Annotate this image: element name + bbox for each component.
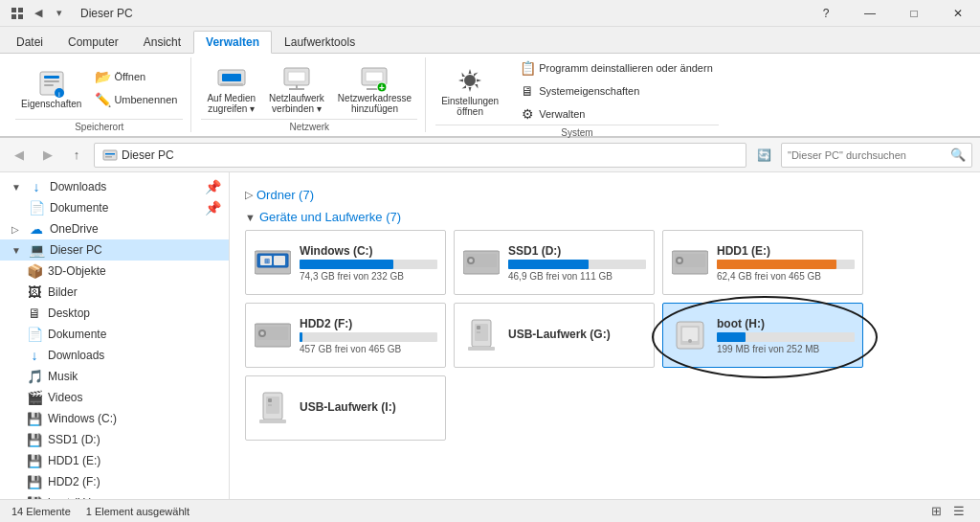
view-list[interactable]: ☰: [949, 502, 969, 521]
maximize-button[interactable]: □: [892, 0, 936, 27]
btn-oeffnen[interactable]: 📂 Öffnen: [89, 66, 183, 87]
boot-h-drive-icon: [671, 316, 709, 354]
btn-netzwerkadresse[interactable]: + Netzwerkadresse hinzufügen: [332, 58, 417, 118]
drive-boot-h[interactable]: boot (H:) 199 MB frei von 252 MB: [662, 303, 863, 368]
view-large-icons[interactable]: ⊞: [926, 502, 946, 521]
drive-grid: ⊞ Windows (C:) 74,3 GB frei von 232 GB S…: [245, 230, 965, 441]
search-icon[interactable]: 🔍: [950, 148, 966, 162]
desktop-icon: 🖥: [27, 306, 42, 321]
nav-up[interactable]: ↑: [65, 144, 88, 167]
sidebar-item-downloads-top[interactable]: ▼ ↓ Downloads 📌: [0, 176, 229, 197]
sidebar-item-windows-c[interactable]: 💾 Windows (C:): [0, 408, 229, 429]
usb-g-drive-icon: [462, 316, 501, 354]
auf-medien-icon: [216, 62, 247, 93]
sidebar-label-dokumente-top: Dokumente: [50, 201, 199, 215]
videos-icon: 🎬: [27, 390, 42, 405]
tab-computer[interactable]: Computer: [56, 31, 131, 53]
hdd2-info: HDD2 (F:) 457 GB frei von 465 GB: [300, 317, 437, 354]
geraete-arrow[interactable]: ▼: [245, 212, 256, 223]
help-button[interactable]: ?: [804, 0, 848, 27]
svg-rect-1: [18, 8, 23, 12]
drive-hdd2[interactable]: HDD2 (F:) 457 GB frei von 465 GB: [245, 303, 446, 368]
verwalten-icon: ⚙: [520, 106, 535, 122]
usb-i-name: USB-Laufwerk (I:): [300, 400, 437, 414]
hdd1-info: HDD1 (E:) 62,4 GB frei von 465 GB: [717, 244, 855, 282]
windows-c-free: 74,3 GB frei von 232 GB: [300, 271, 437, 282]
eigenschaften-icon: i: [36, 68, 67, 99]
svg-text:+: +: [380, 82, 386, 93]
downloads-icon: ↓: [27, 348, 42, 363]
sidebar-label-windows-c: Windows (C:): [48, 412, 221, 425]
search-input[interactable]: [788, 149, 950, 161]
sidebar-label-dieser-pc: Dieser PC: [50, 243, 221, 257]
sidebar-item-onedrive[interactable]: ▷ ☁ OneDrive: [0, 218, 229, 239]
tab-verwalten[interactable]: Verwalten: [193, 31, 272, 54]
sidebar-item-dokumente[interactable]: 📄 Dokumente: [0, 324, 229, 345]
qat-back[interactable]: ◀: [29, 4, 48, 23]
svg-rect-3: [18, 14, 23, 19]
ssd1-name: SSD1 (D:): [508, 244, 646, 258]
breadcrumb[interactable]: Dieser PC: [94, 143, 746, 168]
boot-h-free: 199 MB frei von 252 MB: [717, 344, 855, 354]
netzwerk-buttons: Auf Medien zugreifen ▾ Netzlaufwerk verb…: [201, 57, 417, 119]
sidebar-item-dieser-pc[interactable]: ▼ 💻 Dieser PC: [0, 239, 229, 261]
tab-datei[interactable]: Datei: [4, 31, 56, 53]
sidebar-item-ssd1[interactable]: 💾 SSD1 (D:): [0, 429, 229, 450]
svg-point-33: [469, 259, 473, 262]
sidebar-item-desktop[interactable]: 🖥 Desktop: [0, 303, 229, 324]
sidebar-label-dokumente: Dokumente: [48, 328, 221, 341]
speicherort-small-btns: 📂 Öffnen ✏️ Umbenennen: [89, 66, 183, 110]
drive-usb-i[interactable]: USB-Laufwerk (I:): [245, 375, 446, 441]
sidebar-label-desktop: Desktop: [48, 306, 221, 320]
minimize-button[interactable]: —: [848, 0, 892, 27]
hdd2-drive-icon: [254, 316, 292, 354]
sidebar-label-bilder: Bilder: [48, 285, 221, 299]
refresh-button[interactable]: 🔄: [752, 144, 775, 167]
sidebar-label-downloads: Downloads: [48, 349, 221, 362]
tab-laufwerktools[interactable]: Laufwerktools: [272, 31, 368, 53]
boot-h-bar-bg: [717, 332, 855, 342]
windows-c-bar: [300, 260, 393, 269]
sidebar-item-hdd2[interactable]: 💾 HDD2 (F:): [0, 471, 229, 492]
svg-point-41: [260, 331, 264, 335]
btn-verwalten[interactable]: ⚙ Verwalten: [514, 103, 719, 125]
btn-systemeigenschaften[interactable]: 🖥 Systemeigenschaften: [514, 80, 719, 102]
btn-einstellungen[interactable]: Einstellungen öffnen: [435, 61, 504, 121]
btn-netzlaufwerk[interactable]: Netzlaufwerk verbinden ▾: [263, 58, 330, 118]
svg-rect-44: [477, 326, 480, 329]
drive-usb-g[interactable]: USB-Laufwerk (G:): [454, 303, 655, 368]
drive-windows-c[interactable]: ⊞ Windows (C:) 74,3 GB frei von 232 GB: [245, 230, 446, 295]
qat-down[interactable]: ▾: [50, 4, 69, 23]
ordner-arrow[interactable]: ▷: [245, 189, 253, 201]
close-button[interactable]: ✕: [936, 0, 980, 27]
tab-ansicht[interactable]: Ansicht: [131, 31, 193, 53]
sidebar-item-hdd1[interactable]: 💾 HDD1 (E:): [0, 450, 229, 471]
btn-umbenennen[interactable]: ✏️ Umbenennen: [89, 89, 183, 110]
drive-ssd1[interactable]: SSD1 (D:) 46,9 GB frei von 111 GB: [454, 230, 655, 295]
btn-programm-deinstallieren[interactable]: 📋 Programm deinstallieren oder ändern: [514, 57, 719, 79]
svg-rect-0: [11, 8, 16, 12]
svg-rect-46: [468, 347, 495, 351]
sidebar-item-bilder[interactable]: 🖼 Bilder: [0, 282, 229, 303]
sidebar-item-boot[interactable]: 💾 boot (H:): [0, 492, 229, 499]
nav-forward[interactable]: ▶: [36, 144, 59, 167]
sidebar-item-musik[interactable]: 🎵 Musik: [0, 366, 229, 387]
sidebar-item-dokumente-top[interactable]: 📄 Dokumente 📌: [0, 197, 229, 218]
btn-eigenschaften[interactable]: i Eigenschaften: [15, 64, 87, 113]
btn-auf-medien[interactable]: Auf Medien zugreifen ▾: [201, 58, 261, 118]
sidebar-label-onedrive: OneDrive: [50, 222, 221, 236]
usb-i-drive-icon: [254, 389, 292, 427]
sidebar-label-videos: Videos: [48, 391, 221, 404]
sidebar-item-3d-objekte[interactable]: 📦 3D-Objekte: [0, 261, 229, 282]
ssd1-drive-icon: [462, 243, 501, 282]
windows-c-drive-icon: ⊞: [254, 243, 292, 282]
svg-rect-12: [220, 83, 243, 86]
search-bar[interactable]: 🔍: [781, 143, 972, 168]
ssd1-free: 46,9 GB frei von 111 GB: [508, 271, 646, 282]
expand-icon2: ▷: [11, 224, 23, 235]
drive-hdd1[interactable]: HDD1 (E:) 62,4 GB frei von 465 GB: [662, 230, 863, 295]
nav-back[interactable]: ◀: [8, 144, 31, 167]
sidebar-item-downloads[interactable]: ↓ Downloads: [0, 345, 229, 366]
sidebar-item-videos[interactable]: 🎬 Videos: [0, 387, 229, 408]
hdd2-bar: [300, 332, 302, 342]
